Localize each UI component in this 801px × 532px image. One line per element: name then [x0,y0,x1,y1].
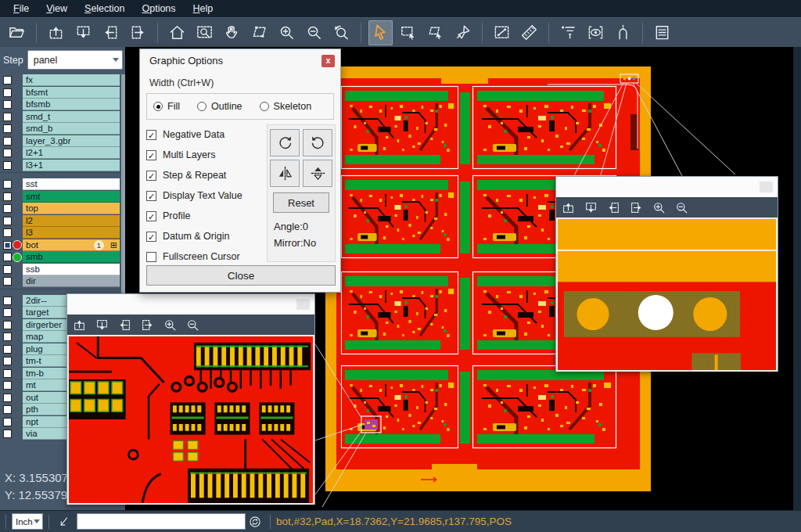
layer-row-bfsmb[interactable]: bfsmb [0,99,125,111]
flip-h-button[interactable] [270,160,300,187]
layer-name-cell[interactable]: smt [23,191,120,203]
layer-row-ssb[interactable]: ssb [0,264,125,276]
layer-row-l2[interactable]: l2 [0,215,125,228]
layer-row-smb[interactable]: smb [0,251,125,264]
layer-name-cell[interactable]: fx [23,74,120,86]
layer-visibility-checkbox[interactable] [3,277,12,286]
pan-down-button[interactable] [71,20,95,45]
popup-title-bar[interactable] [67,294,314,315]
layer-name-cell[interactable]: l2+1 [23,147,120,159]
layer-name-cell[interactable]: bot1⊞ [23,239,120,251]
layer-visibility-checkbox[interactable] [3,332,12,341]
layer-row-smt[interactable]: smt [0,191,125,203]
layer-visibility-checkbox[interactable] [3,394,12,402]
rotate-ccw-button[interactable] [303,129,332,156]
layer-visibility-checkbox[interactable] [3,430,12,438]
folder-open-button[interactable] [5,20,29,45]
layer-visibility-checkbox[interactable] [3,180,12,189]
pan-right-button[interactable] [140,317,156,332]
layer-visibility-checkbox[interactable] [3,321,12,329]
layer-visibility-checkbox[interactable] [3,241,12,250]
layer-visibility-checkbox[interactable] [3,100,12,109]
popup-title-bar[interactable] [556,177,778,197]
close-icon[interactable]: x [321,55,335,67]
layer-row-bot[interactable]: bot1⊞ [0,239,125,252]
graphic-options-dialog[interactable]: Graphic Options x Width (Ctrl+W) Fill Ou… [139,49,341,293]
layer-name-cell[interactable]: l3 [23,227,120,239]
option-profile[interactable]: ✓ Profile [146,206,264,226]
layer-visibility-checkbox[interactable] [3,265,12,274]
layer-row-sst[interactable]: sst [0,178,125,191]
option-multi-layers[interactable]: ✓ Multi Layers [146,145,264,165]
select-polygon-button[interactable] [423,20,447,45]
layer-name-cell[interactable]: smb [23,251,120,263]
zoom-out-button[interactable] [185,317,201,332]
menu-item-file[interactable]: File [5,0,38,17]
select-button[interactable] [368,20,393,45]
layer-row-l3-1[interactable]: l3+1 [0,160,125,172]
layer-visibility-checkbox[interactable] [3,137,12,146]
zoom-polygon-button[interactable] [247,20,271,45]
option-display-text-value[interactable]: ✓ Display Text Value [146,185,264,206]
layer-name-cell[interactable]: l2 [23,215,120,227]
menu-item-help[interactable]: Help [185,0,222,17]
layer-row-l2-1[interactable]: l2+1 [0,147,125,160]
layer-visibility-checkbox[interactable] [3,418,12,426]
option-fullscreen-cursor[interactable]: ✓ Fullscreen Cursor [146,246,264,267]
pan-down-button[interactable] [584,200,599,215]
option-step-repeat[interactable]: ✓ Step & Repeat [146,165,264,185]
pan-left-button[interactable] [606,200,622,215]
layer-visibility-checkbox[interactable] [3,345,12,354]
layer-visibility-checkbox[interactable] [3,113,12,121]
zoom-in-button[interactable] [163,317,178,332]
flip-v-button[interactable] [303,160,332,187]
show-selection-button[interactable] [584,20,608,45]
radio-outline[interactable]: Outline [197,101,242,112]
select-rect-button[interactable] [396,20,420,45]
layer-visibility-checkbox[interactable] [3,217,12,225]
layer-visibility-checkbox[interactable] [3,357,12,365]
zoom-out-button[interactable] [674,200,690,215]
pan-hand-button[interactable] [220,20,244,45]
layer-name-cell[interactable]: smd_b [23,123,120,135]
unit-select[interactable]: Inch [12,513,43,530]
zoom-previous-button[interactable] [329,20,354,45]
layer-row-smd-b[interactable]: smd_b [0,123,125,135]
layer-visibility-checkbox[interactable] [3,228,12,237]
rotate-cw-button[interactable] [270,129,300,156]
dialog-title-bar[interactable]: Graphic Options x [140,49,340,71]
layer-name-cell[interactable]: top [23,203,120,214]
radio-fill[interactable]: Fill [153,101,180,112]
pan-up-button[interactable] [72,317,88,332]
layer-row-bfsmt[interactable]: bfsmt [0,87,125,99]
menu-item-selection[interactable]: Selection [76,0,133,17]
layer-name-cell[interactable]: sst [23,178,120,190]
option-negative-data[interactable]: ✓ Negative Data [146,124,264,145]
pan-up-button[interactable] [44,20,68,45]
magnifier-popup-traces[interactable] [66,293,315,505]
menu-item-view[interactable]: View [38,0,76,17]
reset-button[interactable]: Reset [273,192,329,213]
layer-name-cell[interactable]: layer_3.gbr [23,135,120,147]
command-input[interactable] [77,513,246,530]
zoom-window-button[interactable] [192,20,217,45]
pan-down-button[interactable] [95,317,110,332]
layer-row-smd-t[interactable]: smd_t [0,111,125,124]
sync-icon[interactable] [248,515,262,529]
popup-close-button[interactable] [760,182,773,192]
zoom-out-button[interactable] [302,20,326,45]
layer-visibility-checkbox[interactable] [3,76,12,84]
layer-visibility-checkbox[interactable] [3,405,12,414]
datum-corner-icon[interactable] [57,515,71,529]
layer-row-l3[interactable]: l3 [0,227,125,239]
pan-left-button[interactable] [99,20,123,45]
layer-row-dir[interactable]: dir [0,275,125,288]
zoom-in-button[interactable] [275,20,299,45]
dialog-close-button[interactable]: Close [146,265,336,286]
step-select[interactable]: panel [27,50,123,70]
layer-visibility-checkbox[interactable] [3,149,12,157]
brush-button[interactable] [451,20,475,45]
layer-name-cell[interactable]: dir [23,275,120,287]
pan-right-button[interactable] [126,20,150,45]
layer-name-cell[interactable]: bfsmt [23,87,120,99]
